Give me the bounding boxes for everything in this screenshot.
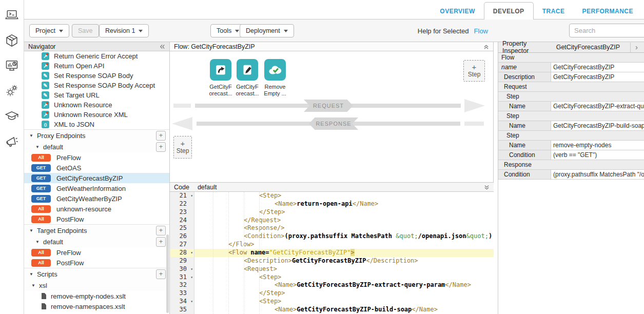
code-line[interactable]: <Step> xyxy=(194,192,494,200)
line-number[interactable]: 25 xyxy=(170,224,194,232)
section-scripts[interactable]: ▼ Scripts + xyxy=(24,268,169,280)
line-number[interactable]: 28▾ xyxy=(170,249,194,257)
policy-item[interactable]: ✎Set Target URL xyxy=(24,90,169,100)
script-file-remove-namespaces.xslt[interactable]: remove-namespaces.xslt xyxy=(24,301,169,311)
flow-item-PostFlow[interactable]: All PostFlow xyxy=(24,258,169,268)
code-line[interactable]: </Step> xyxy=(194,289,494,298)
admin-gears-icon[interactable] xyxy=(5,84,19,98)
property-value[interactable]: GetCityForecastByZIP xyxy=(551,63,644,72)
policy-item[interactable]: ↗Unknown Resource xyxy=(24,100,169,110)
property-value[interactable]: (verb == "GET") xyxy=(551,150,644,160)
code-line[interactable]: <Step> xyxy=(194,298,494,306)
add-target-endpoint-button[interactable]: + xyxy=(156,226,166,235)
property-value[interactable]: GetCityForecastByZIP xyxy=(551,72,644,82)
project-menu-button[interactable]: Project xyxy=(29,24,69,37)
code-line[interactable]: <Response/> xyxy=(194,224,494,232)
code-line[interactable]: <Condition>(proxy.pathsuffix MatchesPath… xyxy=(194,232,494,241)
code-line[interactable]: </Request> xyxy=(194,217,494,225)
line-number[interactable]: 33 xyxy=(170,289,194,298)
flow-item-PostFlow[interactable]: All PostFlow xyxy=(24,214,169,224)
flow-item-GetWeatherInformation[interactable]: GET GetWeatherInformation xyxy=(24,183,169,193)
line-number[interactable]: 31▾ xyxy=(170,273,194,282)
flow-header: Flow: GetCityForecastByZIP xyxy=(170,42,493,51)
help-flow-link[interactable]: Flow xyxy=(474,27,488,35)
collapse-left-icon[interactable] xyxy=(160,44,165,50)
collapse-down-icon[interactable] xyxy=(484,184,490,190)
policy-item[interactable]: ✎Set Response SOAP Body Accept xyxy=(24,81,169,90)
code-line[interactable]: <Name>GetCityForecastByZIP-extract-query… xyxy=(194,281,494,289)
extract-variables-icon[interactable] xyxy=(210,59,231,81)
policy-item[interactable]: ↗Return Generic Error Accept xyxy=(24,51,169,61)
property-value[interactable]: remove-empty-nodes xyxy=(551,141,644,150)
proxy-endpoint-default[interactable]: ▼ default + xyxy=(24,141,169,152)
revision-menu-button[interactable]: Revision 1 xyxy=(99,24,149,37)
flow-item-GetCityWeatherByZIP[interactable]: GET GetCityWeatherByZIP xyxy=(24,193,169,204)
add-step-button-request[interactable]: +Step xyxy=(463,60,485,82)
code-line[interactable]: <Description>GetCityForecastByZIP</Descr… xyxy=(194,257,494,265)
learn-icon[interactable] xyxy=(5,109,19,123)
line-number[interactable]: 24 xyxy=(170,217,194,225)
code-line[interactable]: <Request> xyxy=(194,265,494,273)
line-number[interactable]: 23 xyxy=(170,208,194,217)
assign-message-icon[interactable] xyxy=(237,59,258,81)
code-line[interactable]: </Flow> xyxy=(194,241,494,249)
target-endpoint-default[interactable]: ▼ default + xyxy=(24,236,169,247)
line-number[interactable]: 30▾ xyxy=(170,265,194,273)
code-line[interactable]: <Name>return-open-api</Name> xyxy=(194,200,494,208)
line-number[interactable]: 26 xyxy=(170,232,194,241)
navigator-scrollbar[interactable] xyxy=(166,234,169,313)
policy-item[interactable]: ↗Unknown Resource XML xyxy=(24,110,169,120)
tab-overview[interactable]: OVERVIEW xyxy=(431,3,483,19)
search-input[interactable] xyxy=(569,24,644,37)
code-line[interactable]: <Name>GetCityForecastByZIP-build-soap</N… xyxy=(194,306,494,314)
line-number[interactable]: 32 xyxy=(170,281,194,289)
script-file-remove-empty-nodes.xslt[interactable]: remove-empty-nodes.xslt xyxy=(24,291,169,301)
line-number[interactable]: 27 xyxy=(170,241,194,249)
code-editor[interactable]: 21▾22232425262728▾2930▾31▾323334▾35 <Ste… xyxy=(170,192,494,314)
add-flow-button[interactable]: + xyxy=(156,142,166,152)
save-button[interactable]: Save xyxy=(72,24,99,37)
line-number[interactable]: 34▾ xyxy=(170,298,194,306)
chevron-down-icon xyxy=(284,30,288,32)
code-line[interactable]: <Flow name="GetCityForecastByZIP"> xyxy=(194,249,494,257)
flow-item-GetCityForecastByZIP[interactable]: GET GetCityForecastByZIP xyxy=(24,173,169,183)
code-lines[interactable]: <Step><Name>return-open-api</Name></Step… xyxy=(194,192,494,314)
tab-develop[interactable]: DEVELOP xyxy=(484,2,534,19)
add-script-button[interactable]: + xyxy=(156,269,166,279)
add-proxy-endpoint-button[interactable]: + xyxy=(156,131,166,141)
collapse-up-icon[interactable] xyxy=(483,44,489,50)
policy-item[interactable]: ()XML to JSON xyxy=(24,120,169,129)
line-number[interactable]: 35 xyxy=(170,306,194,314)
announcements-icon[interactable] xyxy=(5,134,19,148)
flow-item-GetOAS[interactable]: GET GetOAS xyxy=(24,163,169,173)
flow-item-PreFlow[interactable]: All PreFlow xyxy=(24,152,169,163)
add-step-button-response[interactable]: +Step xyxy=(173,136,192,159)
property-value[interactable]: GetCityForecastByZIP-extract-query-param xyxy=(551,102,644,111)
policy-item[interactable]: ✎Set Response SOAP Body xyxy=(24,71,169,81)
api-proxies-icon[interactable] xyxy=(5,33,19,48)
property-value[interactable]: GetCityForecastByZIP-build-soap xyxy=(551,121,644,130)
deployment-menu-button[interactable]: Deployment xyxy=(240,24,294,37)
line-number[interactable]: 22 xyxy=(170,200,194,208)
flow-step-1[interactable]: GetCityForecast... xyxy=(207,59,234,97)
flow-item-unknown-resource[interactable]: All unknown-resource xyxy=(24,204,169,214)
terminal-icon[interactable] xyxy=(5,8,19,23)
tab-trace[interactable]: TRACE xyxy=(534,3,574,19)
section-target-endpoints[interactable]: ▼ Target Endpoints + xyxy=(24,224,169,236)
line-number[interactable]: 29 xyxy=(170,257,194,265)
code-line[interactable]: </Step> xyxy=(194,208,494,217)
flow-item-PreFlow[interactable]: All PreFlow xyxy=(24,247,169,258)
chevron-right-icon[interactable]: › xyxy=(630,43,640,52)
section-proxy-endpoints[interactable]: ▼ Proxy Endpoints + xyxy=(24,129,169,141)
flow-step-3[interactable]: RemoveEmpty ... xyxy=(262,59,288,97)
policy-item[interactable]: ↗Return Open API xyxy=(24,61,169,71)
code-line[interactable]: <Step> xyxy=(194,273,494,282)
scripts-xsl-group[interactable]: ▼ xsl xyxy=(24,280,169,291)
flow-step-2[interactable]: GetCityForecast... xyxy=(234,59,261,97)
line-number[interactable]: 21▾ xyxy=(170,192,194,200)
tab-performance[interactable]: PERFORMANCE xyxy=(573,3,642,19)
add-target-flow-button[interactable]: + xyxy=(156,237,166,247)
property-value[interactable]: (proxy.pathsuffix MatchesPath "/openapi.… xyxy=(551,170,644,179)
xsl-transform-icon[interactable] xyxy=(264,59,286,81)
analytics-icon[interactable] xyxy=(5,58,19,73)
